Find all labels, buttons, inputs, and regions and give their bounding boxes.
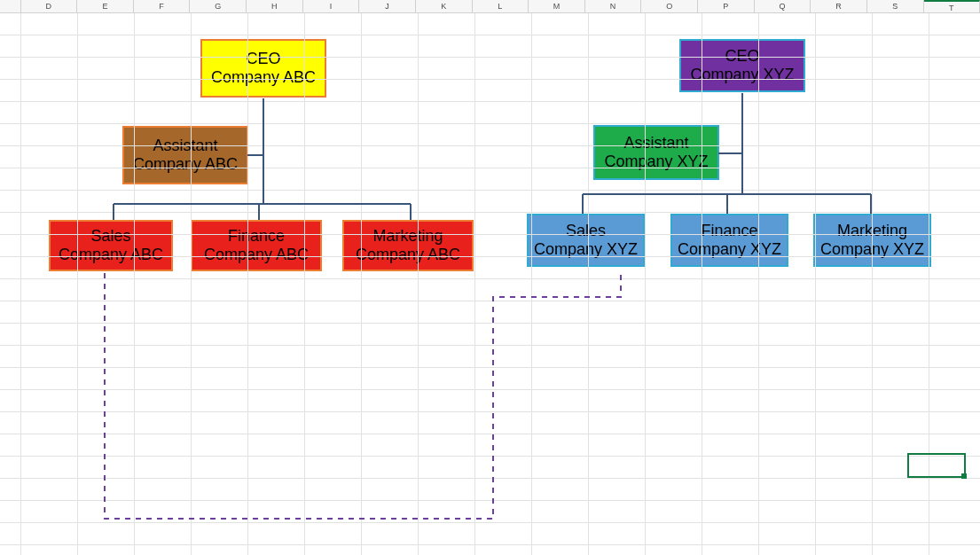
col-header[interactable]: K — [416, 0, 473, 12]
gridlines — [0, 0, 980, 555]
abc-finance-role: Finance — [196, 227, 317, 246]
abc-assistant-company: Company ABC — [128, 155, 243, 174]
xyz-ceo-node[interactable]: CEO Company XYZ — [679, 39, 805, 92]
xyz-finance-node[interactable]: Finance Company XYZ — [670, 214, 788, 267]
col-header[interactable]: S — [867, 0, 924, 12]
xyz-marketing-node[interactable]: Marketing Company XYZ — [813, 214, 931, 267]
col-header[interactable]: M — [529, 0, 585, 12]
xyz-sales-role: Sales — [532, 222, 639, 240]
org-connectors — [0, 0, 980, 555]
abc-marketing-role: Marketing — [348, 227, 468, 246]
col-header[interactable]: J — [359, 0, 416, 12]
xyz-ceo-company: Company XYZ — [685, 66, 800, 84]
xyz-sales-node[interactable]: Sales Company XYZ — [527, 214, 645, 267]
abc-marketing-company: Company ABC — [348, 246, 468, 264]
xyz-assistant-role: Assistant — [599, 134, 714, 152]
abc-ceo-node[interactable]: CEO Company ABC — [200, 39, 326, 98]
abc-marketing-node[interactable]: Marketing Company ABC — [342, 220, 474, 271]
abc-finance-node[interactable]: Finance Company ABC — [191, 220, 322, 271]
xyz-finance-company: Company XYZ — [676, 240, 783, 259]
abc-sales-node[interactable]: Sales Company ABC — [49, 220, 173, 271]
col-header[interactable]: P — [698, 0, 755, 12]
xyz-assistant-node[interactable]: Assistant Company XYZ — [593, 125, 719, 180]
col-header[interactable]: L — [473, 0, 529, 12]
worksheet[interactable]: D E F G H I J K L M N O P Q R S T — [0, 0, 980, 555]
xyz-marketing-role: Marketing — [819, 222, 926, 240]
col-header[interactable]: N — [585, 0, 642, 12]
abc-sales-company: Company ABC — [54, 246, 168, 264]
col-header[interactable]: T — [924, 0, 981, 12]
col-header[interactable]: E — [77, 0, 134, 12]
xyz-sales-company: Company XYZ — [532, 240, 639, 259]
xyz-ceo-role: CEO — [685, 47, 800, 66]
col-header[interactable]: O — [641, 0, 698, 12]
xyz-marketing-company: Company XYZ — [819, 240, 926, 259]
column-headers: D E F G H I J K L M N O P Q R S T — [0, 0, 980, 13]
col-header[interactable]: D — [21, 0, 78, 12]
col-header[interactable]: I — [303, 0, 360, 12]
abc-sales-role: Sales — [54, 227, 168, 246]
abc-ceo-role: CEO — [206, 50, 321, 68]
abc-assistant-node[interactable]: Assistant Company ABC — [122, 126, 248, 184]
xyz-finance-role: Finance — [676, 222, 783, 240]
abc-finance-company: Company ABC — [196, 246, 317, 264]
col-header[interactable]: F — [134, 0, 191, 12]
abc-assistant-role: Assistant — [128, 137, 243, 155]
selected-cell[interactable] — [907, 453, 966, 478]
col-header[interactable]: R — [811, 0, 867, 12]
col-header[interactable]: Q — [755, 0, 811, 12]
col-header[interactable]: H — [247, 0, 303, 12]
xyz-assistant-company: Company XYZ — [599, 152, 714, 171]
abc-ceo-company: Company ABC — [206, 68, 321, 87]
col-header[interactable]: G — [190, 0, 247, 12]
